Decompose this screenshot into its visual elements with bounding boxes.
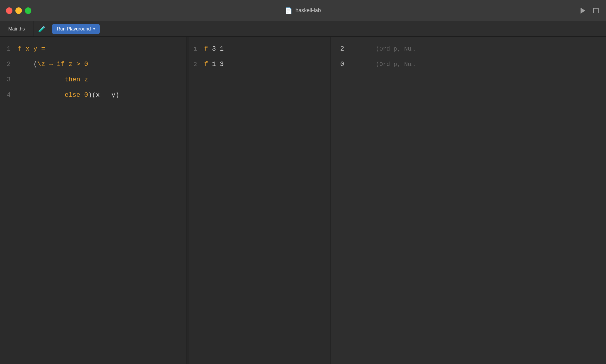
editor-gutter <box>186 37 189 364</box>
code-line-1: f x y = <box>18 41 186 57</box>
maximize-button[interactable] <box>25 7 31 14</box>
window-title: haskell-lab <box>295 7 321 14</box>
code-line-4: else 0)(x - y) <box>18 88 186 103</box>
result-row-2: 0 (Ord p, Nu… <box>331 57 606 72</box>
code-line-2: (\z → if z > 0 <box>18 57 186 72</box>
run-playground-label: Run Playground <box>57 26 91 32</box>
line-num-1: 1 <box>0 41 11 57</box>
dropdown-arrow: ▾ <box>93 27 95 31</box>
playground-rows[interactable]: 1 f 3 1 2 f 1 3 <box>189 37 331 77</box>
minimize-button[interactable] <box>15 7 22 14</box>
flask-icon: 🧪 <box>38 25 46 33</box>
line-num-4: 4 <box>0 88 11 103</box>
result-value-2: 0 <box>340 57 376 72</box>
window-title-area: 📄 haskell-lab <box>285 7 321 14</box>
play-icon <box>581 8 585 14</box>
results-rows: 2 (Ord p, Nu… 0 (Ord p, Nu… <box>331 37 606 77</box>
pg-code-2: f 1 3 <box>204 57 326 72</box>
line-numbers: 1 2 3 4 <box>0 41 15 359</box>
editor-panel: 1 2 3 4 f x y = (\z → if z > 0 then z el… <box>0 37 186 364</box>
playground-panel: 1 f 3 1 2 f 1 3 <box>189 37 331 364</box>
main-hs-tab[interactable]: Main.hs <box>0 21 33 37</box>
result-row-1: 2 (Ord p, Nu… <box>331 41 606 57</box>
file-icon: 📄 <box>285 7 292 14</box>
title-bar: 📄 haskell-lab <box>0 0 606 21</box>
tab-label: Main.hs <box>8 26 25 32</box>
pg-line-num-1: 1 <box>194 41 204 57</box>
play-button[interactable] <box>579 7 587 15</box>
code-lines: f x y = (\z → if z > 0 then z else 0)(x … <box>15 41 186 359</box>
result-value-1: 2 <box>340 41 376 57</box>
layout-icon <box>593 8 599 13</box>
close-button[interactable] <box>6 7 12 14</box>
results-panel: 2 (Ord p, Nu… 0 (Ord p, Nu… <box>331 37 606 364</box>
result-type-2: (Ord p, Nu… <box>376 57 415 72</box>
playground-row-1: 1 f 3 1 <box>189 41 331 57</box>
code-line-3: then z <box>18 72 186 88</box>
title-bar-controls <box>579 7 600 15</box>
layout-button[interactable] <box>592 7 600 15</box>
result-type-1: (Ord p, Nu… <box>376 41 415 57</box>
run-playground-button[interactable]: Run Playground ▾ <box>52 24 100 34</box>
playground-row-2: 2 f 1 3 <box>189 57 331 72</box>
code-area[interactable]: 1 2 3 4 f x y = (\z → if z > 0 then z el… <box>0 37 186 364</box>
traffic-lights <box>6 7 31 14</box>
main-content: 1 2 3 4 f x y = (\z → if z > 0 then z el… <box>0 37 606 364</box>
line-num-2: 2 <box>0 57 11 72</box>
pg-code-1: f 3 1 <box>204 41 326 57</box>
line-num-3: 3 <box>0 72 11 88</box>
tab-bar: Main.hs 🧪 Run Playground ▾ <box>0 21 606 37</box>
pg-line-num-2: 2 <box>194 57 204 72</box>
